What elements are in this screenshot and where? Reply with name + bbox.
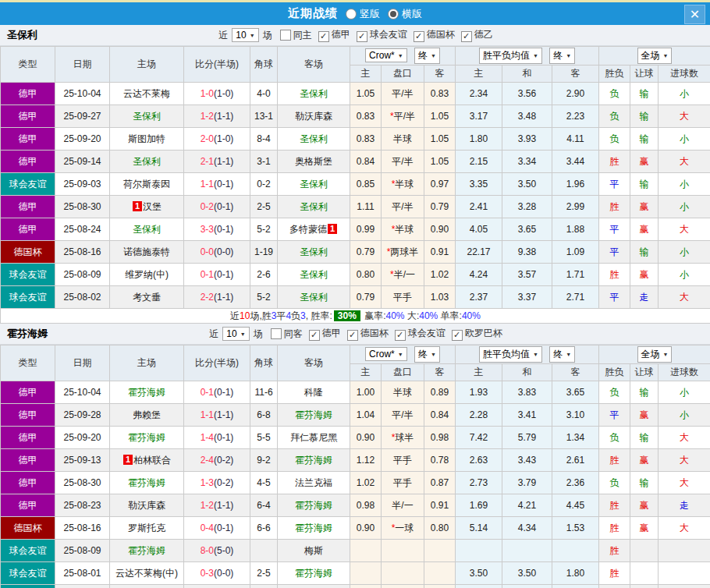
- match-date: 25-10-04: [55, 83, 110, 105]
- result-wdl: 负: [599, 128, 630, 151]
- result-handicap: 输: [630, 105, 659, 128]
- league-filter-label: 德甲: [332, 29, 350, 40]
- avg-home-odds: 4.24: [456, 264, 502, 286]
- avg-home-odds: 2.15: [456, 151, 502, 173]
- score-cell: 2-2(1-1): [184, 286, 250, 309]
- avg-home-odds: 2.28: [456, 404, 502, 427]
- table-row: 球会友谊 25-08-01 云达不莱梅(中) 0-1(0-1) 4-5 霍芬海姆…: [1, 585, 710, 588]
- matches-table-hoffenheim: 类型 日期 主场 比分(半场) 角球 客场 Crow*▼ 终▼ 胜平负均值▼ 终…: [0, 345, 710, 588]
- halftime-score: (1-0): [214, 133, 233, 144]
- avg-home-odds: 3.17: [456, 105, 502, 128]
- checkbox-league[interactable]: ✓: [347, 330, 358, 341]
- result-goals: 大: [659, 151, 710, 173]
- avg-select-value: 胜平负均值: [483, 49, 530, 62]
- checkbox-league[interactable]: ✓: [309, 330, 320, 341]
- result-wdl: 平: [599, 286, 630, 309]
- result-wdl: 负: [599, 83, 630, 105]
- match-date: 25-09-03: [55, 173, 110, 196]
- result-goals: 大: [659, 517, 710, 540]
- checkbox-league[interactable]: ✓: [318, 31, 329, 42]
- team-name-text: 圣保利: [300, 269, 328, 280]
- result-wdl: 负: [599, 427, 630, 449]
- avg-time-select[interactable]: 终▼: [549, 48, 575, 64]
- radio-horizontal-label: 横版: [402, 7, 422, 21]
- match-date: 25-08-23: [55, 494, 110, 517]
- checkbox-same-venue[interactable]: [280, 30, 291, 41]
- home-odds: 0.79: [350, 241, 382, 264]
- checkbox-league[interactable]: ✓: [461, 31, 472, 42]
- col-avg-draw: 和: [502, 66, 552, 83]
- summary-segment: 40%: [462, 310, 481, 321]
- handicap-line: 半球: [382, 381, 424, 404]
- result-handicap: 赢: [630, 151, 659, 173]
- handicap-line: *平/半: [382, 105, 424, 128]
- handicap-line: 平/半: [382, 151, 424, 173]
- col-odds-home: 主: [350, 66, 382, 83]
- result-goals: 大: [659, 449, 710, 472]
- avg-home-odds: 3.50: [456, 562, 502, 585]
- away-team-cell: 奥格斯堡: [278, 151, 350, 173]
- result-handicap: 赢: [630, 218, 659, 241]
- games-count-select[interactable]: 10▼: [222, 327, 249, 341]
- fulltime-score: 0-1: [201, 387, 214, 398]
- away-odds: 0.78: [424, 449, 456, 472]
- checkbox-league[interactable]: ✓: [357, 31, 367, 42]
- radio-vertical-layout[interactable]: [346, 9, 357, 19]
- corner-score: 4-0: [250, 83, 278, 105]
- table-row: 德甲 25-09-28 弗赖堡 1-1(1-1) 6-8 霍芬海姆 1.04 平…: [1, 404, 710, 427]
- result-wdl: 平: [599, 404, 630, 427]
- checkbox-same-venue[interactable]: [271, 328, 282, 339]
- result-handicap: 输: [630, 173, 659, 196]
- bookmaker-select[interactable]: Crow*▼: [365, 48, 407, 62]
- checkbox-league[interactable]: ✓: [395, 330, 406, 341]
- result-wdl: 平: [599, 241, 630, 264]
- odds-time-value: 终: [418, 49, 428, 62]
- radio-horizontal-layout[interactable]: [388, 9, 399, 19]
- avg-draw-odds: 3.46: [502, 585, 552, 588]
- score-cell: 2-1(1-1): [184, 151, 250, 173]
- result-goals: 大: [659, 286, 710, 309]
- score-cell: 0-4(0-1): [184, 517, 250, 540]
- league-type-badge: 球会友谊: [1, 264, 55, 286]
- checkbox-league[interactable]: ✓: [452, 330, 463, 341]
- team-name-text: 霍芬海姆: [295, 409, 332, 420]
- scope-select[interactable]: 全场▼: [637, 346, 673, 363]
- col-res-goals: 进球数: [659, 364, 710, 381]
- halftime-score: (1-1): [214, 292, 233, 303]
- avg-time-select[interactable]: 终▼: [549, 346, 575, 363]
- match-date: 25-08-09: [55, 540, 110, 562]
- result-goals: 小: [659, 128, 710, 151]
- fulltime-score: 0-2: [201, 201, 214, 212]
- avg-home-odds: 2.34: [456, 83, 502, 105]
- home-odds: 0.96: [350, 585, 382, 588]
- scope-select[interactable]: 全场▼: [637, 48, 673, 64]
- result-goals: 小: [659, 381, 710, 404]
- result-goals: 大: [659, 472, 710, 494]
- col-avg-away: 客: [552, 364, 599, 381]
- home-team-cell: 荷尔斯泰因: [110, 173, 184, 196]
- avg-home-odds: 1.93: [456, 381, 502, 404]
- checkbox-league[interactable]: ✓: [414, 31, 424, 42]
- summary-segment: 负: [291, 310, 300, 321]
- avg-select[interactable]: 胜平负均值▼: [479, 48, 542, 64]
- avg-select[interactable]: 胜平负均值▼: [479, 346, 542, 363]
- corner-score: 4-5: [250, 472, 278, 494]
- games-count-select[interactable]: 10▼: [232, 28, 258, 42]
- avg-away-odds: 1.53: [552, 517, 599, 540]
- away-odds: 1.05: [424, 105, 456, 128]
- handicap-line: *球半: [382, 427, 424, 449]
- corner-score: 2-6: [250, 264, 278, 286]
- team-name-text: 霍芬海姆: [295, 568, 332, 579]
- odds-time-select[interactable]: 终▼: [414, 346, 440, 363]
- dropdown-arrow-icon: ▼: [431, 352, 436, 357]
- col-date: 日期: [55, 47, 110, 83]
- odds-time-select[interactable]: 终▼: [414, 48, 440, 64]
- match-date: 25-09-13: [55, 449, 110, 472]
- home-odds: 0.83: [350, 105, 382, 128]
- home-odds: 1.04: [350, 404, 382, 427]
- league-filter-group: ✓德甲✓球会友谊✓德国杯✓德乙: [312, 28, 493, 42]
- avg-time-value: 终: [553, 348, 563, 361]
- close-icon[interactable]: ✕: [684, 5, 705, 24]
- score-cell: 0-3(0-0): [184, 562, 250, 585]
- bookmaker-select[interactable]: Crow*▼: [365, 347, 407, 361]
